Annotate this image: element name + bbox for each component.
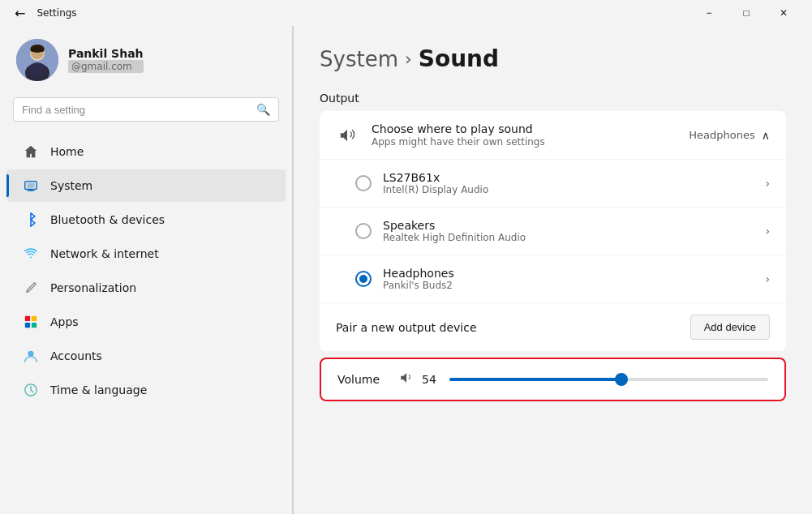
sidebar-item-label-personalization: Personalization bbox=[50, 281, 136, 294]
svg-rect-8 bbox=[28, 182, 35, 187]
chevron-right-icon: › bbox=[765, 225, 770, 238]
pair-device-row: Pair a new output device Add device bbox=[320, 302, 786, 351]
sidebar-item-apps[interactable]: Apps bbox=[6, 306, 286, 338]
speaker-icon bbox=[336, 124, 359, 147]
svg-rect-10 bbox=[28, 191, 35, 191]
sidebar-item-label-home: Home bbox=[50, 145, 84, 158]
bluetooth-icon bbox=[23, 212, 39, 228]
sidebar-item-home[interactable]: Home bbox=[6, 135, 286, 168]
sidebar-item-label-bluetooth: Bluetooth & devices bbox=[50, 213, 165, 226]
choose-where-content: Choose where to play sound Apps might ha… bbox=[372, 122, 676, 148]
accounts-icon bbox=[23, 348, 39, 364]
svg-rect-11 bbox=[25, 316, 30, 321]
avatar[interactable] bbox=[16, 39, 58, 81]
search-icon: 🔍 bbox=[256, 103, 270, 116]
svg-rect-12 bbox=[32, 316, 37, 321]
titlebar-left: ← Settings bbox=[10, 4, 77, 23]
titlebar-controls: − □ ✕ bbox=[690, 0, 802, 26]
svg-point-15 bbox=[28, 351, 33, 357]
volume-icon bbox=[399, 371, 414, 388]
pair-label: Pair a new output device bbox=[336, 321, 477, 334]
time-icon bbox=[23, 382, 39, 398]
sidebar-item-label-accounts: Accounts bbox=[50, 349, 102, 362]
chevron-right-icon-headphones: › bbox=[765, 272, 770, 285]
output-section-title: Output bbox=[320, 92, 786, 105]
svg-rect-6 bbox=[31, 47, 45, 52]
breadcrumb-separator: › bbox=[405, 49, 412, 69]
volume-number: 54 bbox=[422, 373, 441, 386]
device-ls27b61x-title: LS27B61x bbox=[383, 171, 754, 184]
svg-point-3 bbox=[28, 62, 46, 77]
device-headphones-subtitle: Pankil's Buds2 bbox=[383, 280, 754, 291]
user-info: Pankil Shah @gmail.com bbox=[68, 47, 144, 73]
back-button[interactable]: ← bbox=[10, 4, 30, 23]
device-headphones-content: Headphones Pankil's Buds2 bbox=[383, 267, 754, 291]
apps-icon bbox=[23, 314, 39, 330]
search-box[interactable]: 🔍 bbox=[13, 97, 279, 122]
device-speakers-content: Speakers Realtek High Definition Audio bbox=[383, 219, 754, 243]
volume-slider-fill bbox=[449, 378, 621, 381]
radio-headphones[interactable] bbox=[355, 271, 372, 287]
device-ls27b61x-option[interactable]: LS27B61x Intel(R) Display Audio › bbox=[320, 160, 786, 208]
svg-rect-14 bbox=[32, 323, 37, 328]
output-section: Output Choose where to play sound Apps m… bbox=[320, 92, 786, 401]
device-ls27b61x-content: LS27B61x Intel(R) Display Audio bbox=[383, 171, 754, 195]
volume-slider-track[interactable] bbox=[449, 378, 768, 381]
device-speakers-subtitle: Realtek High Definition Audio bbox=[383, 232, 754, 243]
user-email: @gmail.com bbox=[68, 60, 144, 73]
breadcrumb-system: System bbox=[320, 47, 398, 71]
user-section: Pankil Shah @gmail.com bbox=[0, 26, 292, 97]
sidebar-item-accounts[interactable]: Accounts bbox=[6, 340, 286, 372]
device-headphones-option[interactable]: Headphones Pankil's Buds2 › bbox=[320, 255, 786, 302]
choose-where-title: Choose where to play sound bbox=[372, 122, 676, 135]
add-device-button[interactable]: Add device bbox=[690, 315, 770, 340]
breadcrumb-current: Sound bbox=[419, 45, 499, 72]
volume-label: Volume bbox=[337, 373, 386, 386]
choose-where-row[interactable]: Choose where to play sound Apps might ha… bbox=[320, 111, 786, 160]
device-headphones-title: Headphones bbox=[383, 267, 754, 280]
volume-card: Volume 54 bbox=[320, 358, 786, 401]
sidebar-item-label-time: Time & language bbox=[50, 383, 147, 396]
radio-speakers[interactable] bbox=[355, 223, 372, 239]
svg-rect-9 bbox=[28, 190, 32, 191]
choose-where-right: Headphones ∧ bbox=[689, 129, 770, 142]
headphones-label: Headphones bbox=[689, 129, 754, 141]
titlebar-title: Settings bbox=[37, 7, 76, 19]
sidebar-item-personalization[interactable]: Personalization bbox=[6, 272, 286, 304]
sidebar-item-label-apps: Apps bbox=[50, 315, 79, 328]
nav-items: Home System bbox=[0, 135, 292, 407]
device-speakers-title: Speakers bbox=[383, 219, 754, 232]
volume-controls: 54 bbox=[399, 371, 768, 388]
svg-rect-13 bbox=[25, 323, 30, 328]
sidebar-item-time[interactable]: Time & language bbox=[6, 374, 286, 406]
home-icon bbox=[23, 143, 39, 160]
sidebar-item-label-system: System bbox=[50, 179, 92, 192]
sidebar-item-system[interactable]: System bbox=[6, 169, 286, 202]
radio-ls27b61x[interactable] bbox=[355, 175, 372, 191]
minimize-button[interactable]: − bbox=[690, 0, 728, 26]
sidebar-item-network[interactable]: Network & internet bbox=[6, 238, 286, 270]
app-body: Pankil Shah @gmail.com 🔍 Home bbox=[0, 26, 812, 514]
device-headphones-wrapper: Headphones Pankil's Buds2 › bbox=[320, 255, 786, 302]
maximize-button[interactable]: □ bbox=[728, 0, 765, 26]
titlebar: ← Settings − □ ✕ bbox=[0, 0, 812, 26]
chevron-up-icon: ∧ bbox=[762, 129, 770, 142]
user-name: Pankil Shah bbox=[68, 47, 144, 60]
chevron-right-icon: › bbox=[765, 177, 770, 190]
close-button[interactable]: ✕ bbox=[765, 0, 802, 26]
content-area: System › Sound Output C bbox=[294, 26, 812, 514]
device-ls27b61x-subtitle: Intel(R) Display Audio bbox=[383, 184, 754, 195]
system-icon bbox=[23, 178, 39, 194]
choose-where-subtitle: Apps might have their own settings bbox=[372, 136, 676, 148]
volume-slider-thumb[interactable] bbox=[615, 373, 628, 386]
personalization-icon bbox=[23, 280, 39, 296]
output-card: Choose where to play sound Apps might ha… bbox=[320, 111, 786, 351]
breadcrumb: System › Sound bbox=[320, 45, 786, 72]
sidebar: Pankil Shah @gmail.com 🔍 Home bbox=[0, 26, 292, 514]
sidebar-item-bluetooth[interactable]: Bluetooth & devices bbox=[6, 203, 286, 236]
search-input[interactable] bbox=[22, 104, 250, 116]
sidebar-item-label-network: Network & internet bbox=[50, 247, 159, 260]
device-speakers-option[interactable]: Speakers Realtek High Definition Audio › bbox=[320, 208, 786, 255]
network-icon bbox=[23, 246, 39, 262]
